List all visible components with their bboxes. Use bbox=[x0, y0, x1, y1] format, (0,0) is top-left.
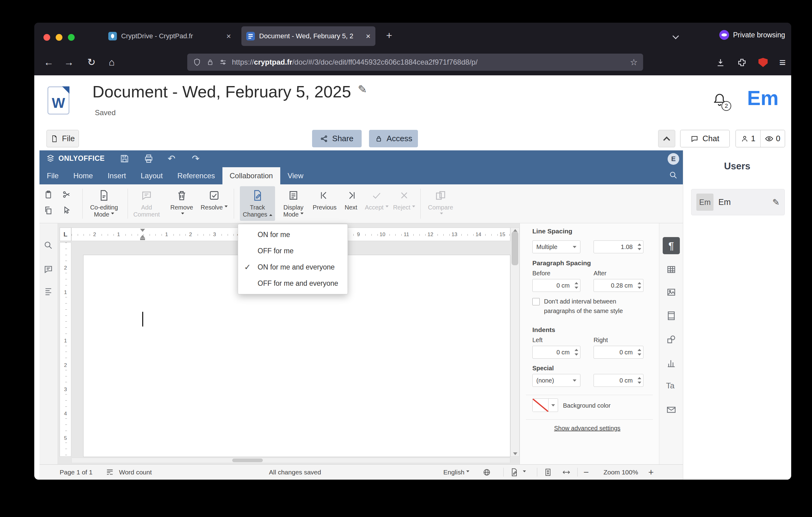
https-lock-icon[interactable] bbox=[206, 58, 214, 66]
tab-view[interactable]: View bbox=[280, 167, 311, 184]
menu-item-off-for-me[interactable]: OFF for me bbox=[238, 243, 348, 259]
image-settings-icon[interactable] bbox=[666, 287, 676, 297]
editors-count[interactable]: 1 bbox=[736, 130, 760, 147]
viewers-count[interactable]: 0 bbox=[760, 130, 785, 147]
back-icon[interactable]: ← bbox=[41, 57, 56, 67]
spin-down-icon[interactable] bbox=[575, 353, 578, 356]
spin-down-icon[interactable] bbox=[638, 382, 641, 384]
track-changes-status-chevron[interactable] bbox=[521, 469, 526, 476]
next-change-button[interactable]: Next bbox=[341, 186, 361, 221]
previous-change-button[interactable]: Previous bbox=[312, 186, 338, 221]
first-line-indent-marker[interactable] bbox=[140, 229, 145, 232]
fit-page-icon[interactable] bbox=[544, 468, 552, 477]
forward-icon[interactable]: → bbox=[62, 57, 76, 67]
spin-down-icon[interactable] bbox=[638, 248, 641, 250]
word-count-icon[interactable] bbox=[106, 468, 114, 477]
tab-home[interactable]: Home bbox=[66, 167, 100, 184]
collapse-toolbar-button[interactable] bbox=[658, 130, 675, 147]
tracking-shield-icon[interactable] bbox=[193, 58, 201, 66]
find-icon[interactable] bbox=[44, 240, 53, 250]
tab-insert[interactable]: Insert bbox=[100, 167, 134, 184]
print-icon[interactable] bbox=[144, 154, 153, 164]
cut-icon[interactable] bbox=[62, 190, 71, 199]
undo-icon[interactable]: ↶ bbox=[168, 154, 175, 164]
remove-comment-button[interactable]: Remove bbox=[168, 186, 196, 221]
url-text[interactable]: https://cryptpad.fr/doc/#/3/doc/edit/ff0… bbox=[232, 58, 625, 66]
menu-item-on-for-me[interactable]: ON for me bbox=[238, 227, 348, 243]
word-count-button[interactable]: Word count bbox=[119, 469, 152, 476]
track-changes-status-icon[interactable] bbox=[510, 468, 519, 477]
spellcheck-globe-icon[interactable] bbox=[483, 468, 491, 477]
left-indent-marker[interactable] bbox=[140, 235, 145, 238]
page-indicator[interactable]: Page 1 of 1 bbox=[60, 469, 92, 476]
vertical-scroll-thumb[interactable] bbox=[512, 232, 518, 265]
access-button[interactable]: Access bbox=[369, 130, 418, 147]
spin-up-icon[interactable] bbox=[638, 282, 641, 284]
fullscreen-window-button[interactable] bbox=[68, 34, 75, 41]
advanced-settings-link[interactable]: Show advanced settings bbox=[554, 425, 620, 432]
spin-up-icon[interactable] bbox=[638, 244, 641, 246]
permissions-icon[interactable] bbox=[219, 58, 227, 66]
close-window-button[interactable] bbox=[44, 34, 50, 41]
bookmark-star-icon[interactable]: ☆ bbox=[630, 57, 638, 67]
redo-icon[interactable]: ↷ bbox=[192, 154, 200, 164]
tab-collaboration[interactable]: Collaboration bbox=[223, 167, 280, 184]
textart-settings-icon[interactable]: Ta bbox=[666, 381, 674, 390]
spacing-before-spinner[interactable]: 0 cm bbox=[532, 279, 580, 292]
account-avatar[interactable]: Em bbox=[747, 86, 779, 110]
tab-layout[interactable]: Layout bbox=[134, 167, 170, 184]
document-title[interactable]: Document - Wed, February 5, 2025✎ bbox=[92, 82, 367, 101]
left-margin-marker[interactable] bbox=[140, 238, 145, 240]
participants-box[interactable]: 1 0 bbox=[735, 130, 785, 147]
menu-item-on-for-everyone[interactable]: ✓ON for me and everyone bbox=[238, 259, 348, 275]
close-tab-icon[interactable]: × bbox=[226, 32, 231, 40]
vertical-ruler[interactable]: 21123456 bbox=[60, 242, 71, 457]
home-icon[interactable]: ⌂ bbox=[105, 57, 119, 67]
spin-up-icon[interactable] bbox=[575, 282, 578, 284]
tab-cryptdrive[interactable]: CryptDrive - CryptPad.fr × bbox=[104, 26, 236, 46]
zoom-in-button[interactable]: + bbox=[648, 467, 654, 478]
line-spacing-value-spinner[interactable]: 1.08 bbox=[593, 240, 643, 253]
zoom-out-button[interactable]: − bbox=[583, 467, 589, 478]
display-mode-button[interactable]: Display Mode bbox=[279, 186, 308, 221]
user-list-item[interactable]: Em Em ✎ bbox=[691, 189, 785, 215]
chat-button[interactable]: Chat bbox=[680, 130, 730, 147]
downloads-icon[interactable] bbox=[716, 58, 725, 67]
background-color-picker[interactable] bbox=[532, 399, 558, 412]
edit-name-pencil-icon[interactable]: ✎ bbox=[773, 197, 780, 207]
spacing-after-spinner[interactable]: 0.28 cm bbox=[593, 279, 643, 292]
vertical-scrollbar[interactable] bbox=[510, 227, 520, 457]
new-tab-button[interactable]: + bbox=[386, 29, 392, 42]
color-dropdown[interactable] bbox=[549, 399, 558, 412]
close-tab-icon[interactable]: × bbox=[366, 32, 371, 40]
tab-references[interactable]: References bbox=[170, 167, 223, 184]
extensions-icon[interactable] bbox=[737, 58, 747, 67]
select-all-icon[interactable] bbox=[62, 206, 71, 215]
notifications-bell[interactable]: 2 bbox=[712, 92, 729, 110]
editor-search-icon[interactable] bbox=[669, 171, 678, 180]
save-icon[interactable] bbox=[120, 154, 129, 164]
spin-up-icon[interactable] bbox=[575, 349, 578, 351]
scroll-down-arrow[interactable] bbox=[513, 452, 517, 455]
paste-icon[interactable] bbox=[44, 190, 53, 199]
indent-right-spinner[interactable]: 0 cm bbox=[593, 346, 643, 359]
comments-panel-icon[interactable] bbox=[44, 264, 53, 274]
url-bar[interactable]: https://cryptpad.fr/doc/#/3/doc/edit/ff0… bbox=[187, 54, 643, 71]
no-interval-checkbox[interactable] bbox=[532, 298, 540, 305]
ublock-icon[interactable] bbox=[758, 58, 767, 67]
shape-settings-icon[interactable] bbox=[666, 334, 676, 345]
minimize-window-button[interactable] bbox=[56, 34, 62, 41]
tab-stop-selector[interactable]: L bbox=[60, 227, 71, 241]
paragraph-settings-icon[interactable]: ¶ bbox=[663, 237, 680, 254]
spin-down-icon[interactable] bbox=[638, 353, 641, 356]
share-button[interactable]: Share bbox=[312, 130, 361, 147]
line-spacing-select[interactable]: Multiple bbox=[532, 240, 580, 253]
menu-item-off-for-everyone[interactable]: OFF for me and everyone bbox=[238, 275, 348, 292]
zoom-level[interactable]: Zoom 100% bbox=[599, 469, 642, 476]
tab-document[interactable]: Document - Wed, February 5, 2 × bbox=[241, 26, 375, 46]
language-selector[interactable]: English bbox=[443, 469, 469, 476]
file-menu-button[interactable]: File bbox=[47, 130, 79, 147]
spin-up-icon[interactable] bbox=[638, 377, 641, 379]
tab-file[interactable]: File bbox=[39, 167, 66, 184]
mail-merge-icon[interactable] bbox=[666, 405, 676, 415]
